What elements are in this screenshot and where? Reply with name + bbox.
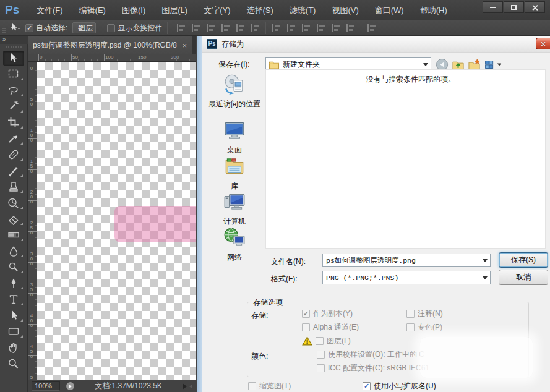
menu-item-file[interactable]: 文件(F) xyxy=(28,0,71,20)
distribute-vertical-centers-icon xyxy=(286,24,296,32)
clone-stamp-tool[interactable] xyxy=(3,179,24,194)
spot-healing-brush-tool[interactable] xyxy=(3,147,24,162)
panel-collapse-button[interactable]: » xyxy=(0,36,28,44)
dialog-close-button[interactable] xyxy=(536,38,550,49)
vertical-ruler[interactable]: 05 01 0 01 5 02 0 02 5 03 0 03 5 04 0 04… xyxy=(28,62,37,380)
brush-tool[interactable] xyxy=(3,163,24,178)
cancel-button[interactable]: 取消 xyxy=(499,270,548,285)
zoom-level-field[interactable]: 100% xyxy=(32,381,60,391)
recent-places-icon xyxy=(223,73,246,95)
panel-grip[interactable] xyxy=(6,46,22,48)
distribute-left-edges-icon xyxy=(316,24,325,32)
blur-tool[interactable] xyxy=(3,244,24,258)
minimize-icon xyxy=(490,7,496,8)
maximize-icon xyxy=(511,5,517,10)
place-label: 计算机 xyxy=(205,216,264,227)
menu-item-view[interactable]: 视图(V) xyxy=(324,0,366,20)
options-bar: ✓ 自动选择: 图层 显示变换控件 xyxy=(0,20,550,36)
ruler-mark: 3 0 0 xyxy=(28,252,35,266)
status-small-arrow-icon xyxy=(189,384,192,389)
window-controls xyxy=(483,1,545,13)
rectangle-shape-tool[interactable] xyxy=(3,324,24,339)
show-transform-controls-checkbox[interactable] xyxy=(107,24,115,32)
path-selection-tool[interactable] xyxy=(3,308,24,323)
tools-panel: » xyxy=(0,36,28,392)
menu-bar: Ps 文件(F)编辑(E)图像(I)图层(L)文字(Y)选择(S)滤镜(T)视图… xyxy=(0,0,550,20)
tool-preset-picker[interactable] xyxy=(11,27,14,29)
menu-item-help[interactable]: 帮助(H) xyxy=(412,0,455,20)
save-in-label: 保存在(I): xyxy=(218,59,250,70)
gradient-tool[interactable] xyxy=(3,228,24,242)
option-row-alpha-channels: Alpha 通道(E) xyxy=(302,322,359,332)
horizontal-ruler[interactable]: 050100150200 xyxy=(28,54,196,62)
history-brush-tool[interactable] xyxy=(3,195,24,210)
filename-label: 文件名(N): xyxy=(271,257,306,267)
ruler-mark: 150 xyxy=(138,55,146,60)
format-value: PNG (*.PNG;*.PNS) xyxy=(323,274,479,282)
menu-item-edit[interactable]: 编辑(E) xyxy=(71,0,114,20)
ruler-mark: 100 xyxy=(105,55,113,60)
sidebar-item-network[interactable]: 网络 xyxy=(205,226,264,263)
sidebar-item-recent-places[interactable]: 最近访问的位置 xyxy=(205,73,264,109)
hand-tool[interactable] xyxy=(3,340,24,355)
menu-item-window[interactable]: 窗口(W) xyxy=(367,0,412,20)
options-bar-grip[interactable] xyxy=(2,23,6,33)
save-button[interactable]: 保存(S) xyxy=(499,252,548,268)
checkbox-icc-profile xyxy=(317,364,325,372)
eyedropper-tool[interactable] xyxy=(3,131,24,146)
horizontal-type-tool[interactable] xyxy=(3,292,24,307)
distribute-horizontal-centers-icon xyxy=(331,24,340,32)
minimize-button[interactable] xyxy=(483,1,503,13)
ruler-mark: 0 xyxy=(40,55,42,60)
close-button[interactable] xyxy=(525,1,545,13)
status-scrub-icon[interactable] xyxy=(66,382,74,390)
menu-item-image[interactable]: 图像(I) xyxy=(114,0,153,20)
checkbox-spot-colors xyxy=(406,323,415,331)
dialog-title: 存储为 xyxy=(221,39,244,49)
tab-close-icon[interactable]: × xyxy=(182,41,187,49)
dialog-title-bar[interactable]: Ps 存储为 xyxy=(202,36,550,53)
option-row-annotations: 注释(N) xyxy=(406,309,443,318)
auto-select-target-dropdown[interactable]: 图层 xyxy=(72,22,96,33)
checkbox-label: 专色(P) xyxy=(418,322,442,333)
menu-item-filter[interactable]: 滤镜(T) xyxy=(281,0,324,20)
checkbox-use-lowercase-extension[interactable]: ✓ xyxy=(363,382,371,390)
maximize-button[interactable] xyxy=(504,1,524,13)
sidebar-item-desktop[interactable]: 桌面 xyxy=(205,119,264,155)
ruler-mark: 2 5 0 xyxy=(28,221,35,236)
store-label: 存储: xyxy=(251,310,268,321)
place-label: 桌面 xyxy=(205,145,264,155)
menu-item-select[interactable]: 选择(S) xyxy=(238,0,281,20)
sidebar-item-libraries[interactable]: 库 xyxy=(205,155,264,192)
auto-select-checkbox[interactable]: ✓ xyxy=(25,24,33,32)
network-icon xyxy=(223,226,246,249)
checkbox-label: Alpha 通道(E) xyxy=(313,322,359,333)
file-list[interactable]: 没有与搜索条件匹配的项。 xyxy=(265,69,546,249)
document-tab[interactable]: ps如何调整图层透明度.psd @ 100%(RGB/8) × xyxy=(28,36,192,54)
sidebar-item-computer[interactable]: 计算机 xyxy=(205,190,264,227)
photoshop-window: Ps 文件(F)编辑(E)图像(I)图层(L)文字(Y)选择(S)滤镜(T)视图… xyxy=(0,0,550,392)
crop-tool[interactable] xyxy=(3,115,24,130)
menu-item-type[interactable]: 文字(Y) xyxy=(196,0,238,20)
lasso-tool[interactable] xyxy=(3,83,24,98)
zoom-tool[interactable] xyxy=(3,356,24,371)
eraser-tool[interactable] xyxy=(3,211,24,226)
align-left-edges-icon xyxy=(221,24,230,32)
pen-tool[interactable] xyxy=(3,276,24,291)
dodge-tool[interactable] xyxy=(3,260,24,275)
checkbox-as-copy: ✓ xyxy=(302,310,310,318)
ruler-mark: 1 0 0 xyxy=(28,128,35,143)
ruler-mark: 4 0 0 xyxy=(28,313,35,328)
status-menu-arrow-icon[interactable] xyxy=(183,383,187,390)
checkbox-alpha-channels xyxy=(302,323,310,331)
menu-item-layer[interactable]: 图层(L) xyxy=(153,0,196,20)
option-row-icc-profile: ICC 配置文件(C): sRGB IEC61 xyxy=(317,363,429,373)
format-dropdown[interactable]: PNG (*.PNG;*.PNS) xyxy=(322,271,491,284)
filename-input[interactable]: ps如何调整图层透明度.png xyxy=(322,254,491,267)
checkbox-annotations xyxy=(406,310,415,318)
spinner-icon xyxy=(78,25,82,31)
rectangular-marquee-tool[interactable] xyxy=(3,67,24,82)
canvas[interactable] xyxy=(37,62,196,380)
move-tool[interactable] xyxy=(3,51,24,66)
magic-wand-tool[interactable] xyxy=(3,99,24,114)
